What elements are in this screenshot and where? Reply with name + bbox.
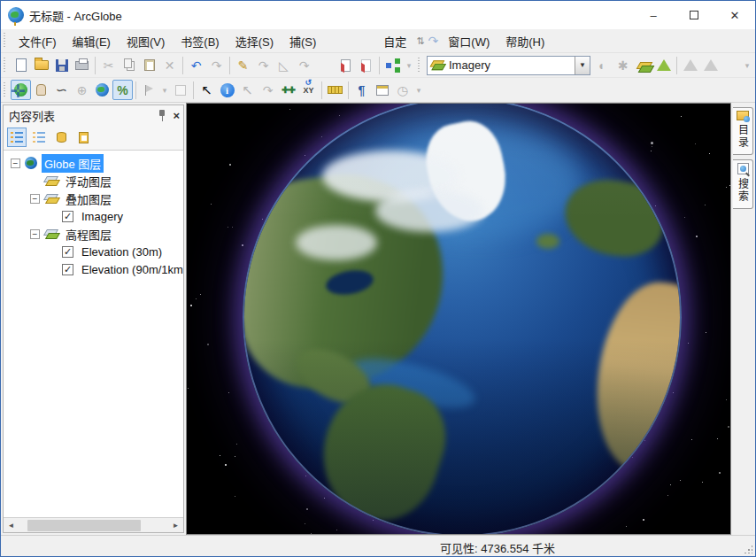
toolbar-overflow-icon[interactable]: ▾ <box>741 55 753 75</box>
toolbar-grip[interactable] <box>4 33 7 49</box>
measure-icon[interactable] <box>325 80 345 100</box>
toolbar-grip[interactable] <box>418 58 421 73</box>
close-icon[interactable]: × <box>173 109 180 122</box>
combo-dropdown-icon[interactable]: ▼ <box>575 57 590 74</box>
toolbar-grip[interactable] <box>4 58 7 73</box>
viewer-window-icon[interactable] <box>372 80 392 100</box>
center-target-icon[interactable]: ⊕ <box>72 80 92 100</box>
tree-row-imagery[interactable]: ✓ Imagery <box>4 207 183 225</box>
catalog-tab[interactable]: 目录 <box>733 107 753 155</box>
door-front-icon[interactable] <box>336 55 356 75</box>
save-icon[interactable] <box>51 55 72 75</box>
earth-globe[interactable] <box>243 103 682 535</box>
globe-viewport[interactable] <box>186 103 731 535</box>
great-lakes <box>324 267 375 298</box>
search-tab[interactable]: 搜索 <box>733 159 753 209</box>
tree-row-elevation-90m[interactable]: ✓ Elevation (90m/1km <box>4 260 183 278</box>
maximize-button[interactable] <box>674 1 714 29</box>
delete-icon[interactable]: ✕ <box>159 55 180 75</box>
select-arrow-icon[interactable]: ↖ <box>197 80 217 100</box>
tree-row-floating-layers[interactable]: 浮动图层 <box>4 172 183 190</box>
goto-xy-icon[interactable]: XY <box>298 80 319 100</box>
open-folder-icon[interactable] <box>31 55 51 75</box>
checkbox-checked[interactable]: ✓ <box>62 264 73 275</box>
menu-edit[interactable]: 编辑(E) <box>65 30 119 52</box>
tree-label[interactable]: Imagery <box>79 209 126 224</box>
tree-label[interactable]: 高程图层 <box>63 225 114 244</box>
angle-tool-icon[interactable]: ◺ <box>274 55 294 75</box>
list-by-drawing-order-icon[interactable] <box>7 128 27 147</box>
contrast-icon[interactable]: ◐ <box>592 55 613 75</box>
tree-label[interactable]: 浮动图层 <box>63 172 114 190</box>
scroll-left-icon[interactable]: ◄ <box>4 518 19 532</box>
list-by-selection-icon[interactable] <box>73 128 93 147</box>
topology-network-icon[interactable] <box>382 55 403 75</box>
tree-label[interactable]: Elevation (90m/1km <box>79 262 183 277</box>
tree-row-elevation-30m[interactable]: ✓ Elevation (30m) <box>4 243 183 260</box>
tree-row-draped-layers[interactable]: − 叠加图层 <box>4 190 183 207</box>
tree-row-globe-layers[interactable]: − Globe 图层 <box>4 154 183 172</box>
brightness-icon[interactable]: ✱ <box>613 55 633 75</box>
find-icon[interactable]: ✚✚ <box>278 80 298 100</box>
collapse-icon[interactable]: − <box>30 194 40 204</box>
copy-icon[interactable] <box>119 55 139 75</box>
menu-help[interactable]: 帮助(H) <box>498 30 552 52</box>
tree-row-elevation-layers[interactable]: − 高程图层 <box>4 225 183 243</box>
minimize-button[interactable]: – <box>633 1 674 29</box>
cut-icon[interactable]: ✂ <box>98 55 119 75</box>
pyramid-green-icon[interactable] <box>653 55 674 75</box>
list-by-visibility-icon[interactable] <box>51 128 71 147</box>
menu-window[interactable]: 窗口(W) <box>440 30 498 52</box>
curve-tool-icon[interactable]: ↷ <box>294 55 314 75</box>
undo-icon[interactable]: ↶ <box>186 55 206 75</box>
swipe-layers-icon[interactable] <box>633 55 653 75</box>
menu-geoprocessing[interactable]: 捕(S) <box>282 30 324 52</box>
navigation-mode-icon[interactable]: % <box>112 80 133 100</box>
menu-selection[interactable]: 选择(S) <box>228 30 282 52</box>
navigate-tool-icon[interactable] <box>11 80 31 100</box>
print-icon[interactable] <box>72 55 92 75</box>
toolbar-overflow-icon[interactable]: ▾ <box>403 55 415 75</box>
pyramid-gray2-icon[interactable] <box>700 55 721 75</box>
close-button[interactable]: ✕ <box>714 1 755 29</box>
scrollbar-thumb[interactable] <box>27 520 141 531</box>
toolbar-grip[interactable] <box>4 82 7 98</box>
menu-file[interactable]: 文件(F) <box>11 30 65 52</box>
horizontal-scrollbar[interactable]: ◄ ► <box>4 517 183 532</box>
spinner-icon[interactable]: ⇅ <box>414 35 426 47</box>
select-features-icon[interactable]: ↖ <box>237 80 258 100</box>
animation-icon[interactable]: ◷ <box>392 80 413 100</box>
pan-hand-icon[interactable] <box>31 80 51 100</box>
checkbox-checked[interactable]: ✓ <box>62 211 73 222</box>
full-extent-icon[interactable] <box>92 80 112 100</box>
redo-sketch-icon[interactable]: ↷ <box>253 55 274 75</box>
tools-toolbar: ∽ ⊕ % ▾ ↖ i ↖ ↷ ✚✚ XY ¶ ◷ ▾ <box>1 78 755 103</box>
tree-label[interactable]: 叠加图层 <box>63 190 114 208</box>
observer-icon[interactable] <box>170 80 190 100</box>
identify-icon[interactable]: i <box>217 80 237 100</box>
toolbar-overflow-icon[interactable]: ▾ <box>413 80 425 100</box>
menu-bookmarks[interactable]: 书签(B) <box>173 30 227 52</box>
tree-label[interactable]: Globe 图层 <box>42 154 104 173</box>
dropdown-icon[interactable]: ▾ <box>159 80 170 100</box>
pyramid-gray-icon[interactable] <box>680 55 700 75</box>
fly-bird-icon[interactable]: ∽ <box>51 80 72 100</box>
checkbox-checked[interactable]: ✓ <box>62 246 73 258</box>
walk-tool-icon[interactable]: ¶ <box>351 80 372 100</box>
list-by-source-icon[interactable] <box>29 128 49 147</box>
pin-icon[interactable] <box>158 110 166 121</box>
collapse-icon[interactable]: − <box>30 229 40 239</box>
paste-icon[interactable] <box>139 55 159 75</box>
redo-icon[interactable]: ↷ <box>206 55 227 75</box>
tree-label[interactable]: Elevation (30m) <box>79 244 165 259</box>
clear-selection-icon[interactable]: ↷ <box>258 80 278 100</box>
sketch-pen-icon[interactable]: ✎ <box>233 55 253 75</box>
zoom-target-icon[interactable] <box>139 80 159 100</box>
layer-combo[interactable]: Imagery ▼ <box>427 56 590 75</box>
door-back-icon[interactable] <box>356 55 376 75</box>
scroll-right-icon[interactable]: ► <box>168 518 183 532</box>
collapse-icon[interactable]: − <box>11 159 20 168</box>
menu-view[interactable]: 视图(V) <box>119 30 173 52</box>
menu-customize[interactable]: 自定 <box>375 30 414 52</box>
new-document-icon[interactable] <box>11 55 31 75</box>
